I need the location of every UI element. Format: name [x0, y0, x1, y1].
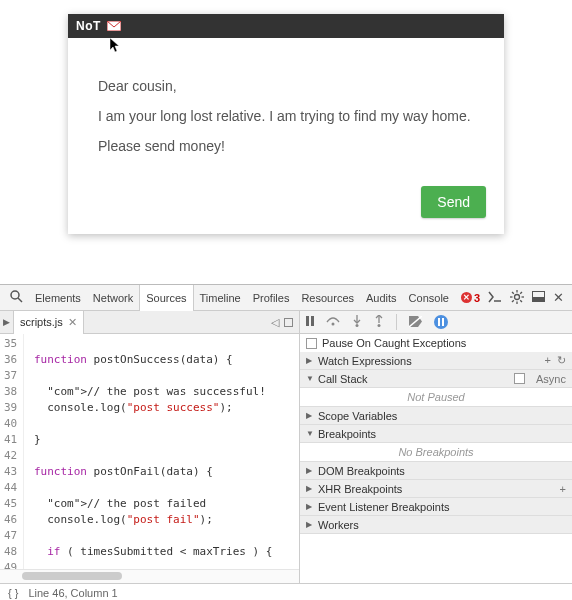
tab-resources[interactable]: Resources: [295, 285, 360, 311]
svg-point-18: [356, 324, 359, 327]
svg-point-3: [515, 294, 520, 299]
tab-timeline[interactable]: Timeline: [194, 285, 247, 311]
pane-workers[interactable]: ▶ Workers: [300, 516, 572, 534]
envelope-icon: [107, 21, 121, 31]
chevron-right-icon: ▶: [306, 502, 314, 511]
divider: [396, 314, 397, 330]
close-icon[interactable]: ✕: [553, 290, 564, 305]
pretty-print-icon[interactable]: [284, 318, 293, 327]
scrollbar-thumb[interactable]: [22, 572, 122, 580]
step-out-icon[interactable]: [374, 315, 384, 329]
show-navigator-icon[interactable]: ▶: [0, 311, 14, 334]
code-lines[interactable]: function postOnSuccess(data) { "com">// …: [24, 334, 299, 569]
svg-point-20: [378, 324, 381, 327]
email-footer: Send: [68, 186, 504, 234]
sources-editor: ▶ scripts.js ✕ ◁ 35363738394041424344454…: [0, 311, 300, 583]
debugger-sidebar: Pause On Caught Exceptions ▶ Watch Expre…: [300, 311, 572, 583]
checkbox[interactable]: [306, 338, 317, 349]
tab-profiles[interactable]: Profiles: [247, 285, 296, 311]
tab-network[interactable]: Network: [87, 285, 139, 311]
app-title: NoT: [76, 19, 101, 33]
email-line: Please send money!: [98, 138, 474, 154]
pane-call-stack[interactable]: ▼ Call Stack Async: [300, 370, 572, 388]
email-line: I am your long lost relative. I am tryin…: [98, 108, 474, 124]
pause-caught-label: Pause On Caught Exceptions: [322, 337, 466, 349]
chevron-down-icon: ▼: [306, 429, 314, 438]
pause-on-exceptions-icon[interactable]: [434, 315, 448, 329]
step-into-icon[interactable]: [352, 315, 362, 329]
search-icon[interactable]: [10, 290, 23, 305]
email-header: NoT: [68, 14, 504, 38]
pane-dom-breakpoints[interactable]: ▶ DOM Breakpoints: [300, 462, 572, 480]
file-tab[interactable]: scripts.js ✕: [14, 311, 84, 334]
gear-icon[interactable]: [510, 290, 524, 306]
deactivate-breakpoints-icon[interactable]: [409, 316, 422, 329]
svg-line-2: [18, 298, 22, 302]
svg-rect-23: [442, 318, 444, 326]
mouse-cursor-icon: [110, 38, 122, 57]
chevron-right-icon: ▶: [306, 411, 314, 420]
pane-event-listener-breakpoints[interactable]: ▶ Event Listener Breakpoints: [300, 498, 572, 516]
chevron-right-icon: ▶: [306, 484, 314, 493]
step-over-icon[interactable]: [326, 316, 340, 328]
tab-elements[interactable]: Elements: [29, 285, 87, 311]
tab-console[interactable]: Console: [403, 285, 455, 311]
pane-breakpoints[interactable]: ▼ Breakpoints: [300, 425, 572, 443]
file-tabs: ▶ scripts.js ✕ ◁: [0, 311, 299, 334]
svg-rect-22: [438, 318, 440, 326]
svg-point-1: [11, 291, 19, 299]
tab-audits[interactable]: Audits: [360, 285, 403, 311]
svg-point-16: [332, 323, 335, 326]
add-icon[interactable]: +: [545, 354, 551, 367]
error-circle-icon: ✕: [461, 292, 472, 303]
braces-icon[interactable]: { }: [8, 587, 18, 599]
pane-watch-expressions[interactable]: ▶ Watch Expressions +↻: [300, 352, 572, 370]
pause-on-caught-row[interactable]: Pause On Caught Exceptions: [300, 334, 572, 352]
history-back-icon[interactable]: ◁: [271, 316, 279, 329]
devtools-tabbar: Elements Network Sources Timeline Profil…: [0, 285, 572, 311]
pause-button-icon[interactable]: [306, 316, 314, 328]
call-stack-status: Not Paused: [300, 388, 572, 407]
horizontal-scrollbar[interactable]: [0, 569, 299, 583]
pane-scope-variables[interactable]: ▶ Scope Variables: [300, 407, 572, 425]
chevron-right-icon: ▶: [306, 466, 314, 475]
dock-icon[interactable]: [532, 291, 545, 304]
status-bar: { } Line 46, Column 1: [0, 583, 572, 600]
svg-line-11: [520, 292, 522, 294]
error-badge[interactable]: ✕ 3: [461, 292, 480, 304]
add-icon[interactable]: +: [560, 483, 566, 495]
checkbox[interactable]: [514, 373, 525, 384]
debugger-toolbar: [300, 311, 572, 334]
email-body: Dear cousin, I am your long lost relativ…: [68, 38, 504, 186]
svg-line-9: [520, 300, 522, 302]
devtools-panel: Elements Network Sources Timeline Profil…: [0, 284, 572, 600]
chevron-down-icon: ▼: [306, 374, 314, 383]
code-editor[interactable]: 3536373839404142434445464748495051525354…: [0, 334, 299, 569]
pane-xhr-breakpoints[interactable]: ▶ XHR Breakpoints +: [300, 480, 572, 498]
line-number-gutter: 3536373839404142434445464748495051525354…: [0, 334, 24, 569]
file-tab-label: scripts.js: [20, 316, 63, 328]
show-console-icon[interactable]: [488, 291, 502, 305]
chevron-right-icon: ▶: [306, 356, 314, 365]
svg-rect-15: [311, 316, 314, 326]
error-count: 3: [474, 292, 480, 304]
refresh-icon[interactable]: ↻: [557, 354, 566, 367]
svg-line-10: [512, 300, 514, 302]
close-icon[interactable]: ✕: [68, 316, 77, 329]
breakpoints-status: No Breakpoints: [300, 443, 572, 462]
cursor-position: Line 46, Column 1: [28, 587, 117, 599]
svg-rect-14: [306, 316, 309, 326]
svg-line-8: [512, 292, 514, 294]
svg-rect-13: [533, 297, 545, 302]
email-line: Dear cousin,: [98, 78, 474, 94]
tab-sources[interactable]: Sources: [139, 285, 193, 311]
email-composer: NoT Dear cousin, I am your long lost rel…: [68, 14, 504, 234]
chevron-right-icon: ▶: [306, 520, 314, 529]
send-button[interactable]: Send: [421, 186, 486, 218]
